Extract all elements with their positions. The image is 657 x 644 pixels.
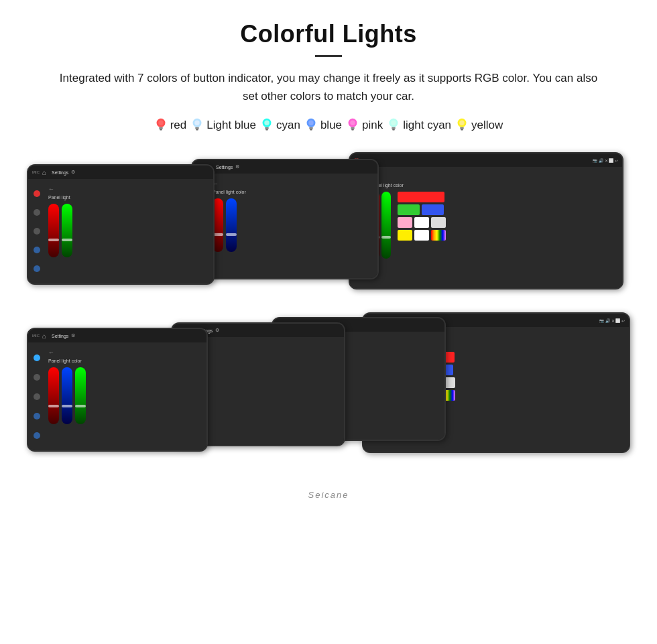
svg-rect-27	[461, 129, 463, 131]
bottom-device-frame-1: MIC ⌂ Settings ⚙	[27, 328, 208, 452]
svg-point-9	[264, 121, 269, 125]
side-buttons-b1	[32, 346, 42, 446]
palette-row-4	[398, 230, 446, 241]
color-item-yellow: yellow	[455, 117, 503, 133]
screen-header-2: MIC ⌂ Settings ⚙	[192, 160, 377, 174]
back-arrow-1[interactable]: ←	[48, 186, 206, 192]
gear-icon-1[interactable]: ⚙	[71, 170, 75, 175]
color-indicators-row: red Light blue cyan	[27, 117, 630, 133]
pink-bulb-icon	[346, 117, 359, 133]
bottom-device-screen-1: MIC ⌂ Settings ⚙	[28, 329, 206, 450]
icons-b4: 📷 🔊 ✕ ⬜ ↩	[599, 318, 625, 323]
top-row-devices: MIC ⌂ Settings ⚙	[27, 152, 630, 300]
panel-content-b2: ← Pa...	[190, 341, 340, 441]
color-item-blue: blue	[304, 117, 342, 133]
settings-label-1: Settings	[52, 170, 68, 175]
mute-btn-1[interactable]	[34, 265, 40, 272]
gear-icon-2[interactable]: ⚙	[235, 164, 239, 170]
screen-body-2: ← Panel light color	[192, 174, 377, 278]
svg-rect-23	[392, 129, 395, 131]
color-palette-3	[398, 192, 446, 259]
power-btn-1[interactable]	[34, 190, 40, 197]
sliders-and-palette-3	[370, 192, 615, 259]
device-frame-3: ⏰ ♥ 20:24 📷 🔊 ✕ ⬜ ↩ ←	[349, 152, 623, 289]
icons-3: 📷 🔊 ✕ ⬜ ↩	[593, 158, 618, 163]
svg-rect-6	[195, 127, 199, 129]
svg-rect-11	[265, 129, 268, 131]
blue-slider-b1[interactable]	[62, 367, 72, 424]
back-btn-1[interactable]	[34, 228, 40, 235]
color-label-yellow: yellow	[471, 119, 503, 132]
home-icon-b1[interactable]: ⌂	[42, 332, 46, 340]
svg-rect-3	[160, 129, 162, 131]
svg-rect-10	[265, 127, 269, 129]
back-arrow-3[interactable]: ←	[370, 174, 615, 180]
settings-label-2: Settings	[216, 165, 233, 170]
title-section: Colorful Lights	[27, 20, 630, 57]
vol-btn-1[interactable]	[34, 247, 40, 253]
back-arrow-2[interactable]: ←	[213, 180, 371, 187]
bottom-screen-header-1: MIC ⌂ Settings ⚙	[28, 329, 206, 342]
device-screen-2: MIC ⌂ Settings ⚙	[192, 160, 377, 278]
svg-rect-7	[196, 129, 198, 131]
svg-point-25	[459, 121, 464, 125]
device-frame-1: MIC ⌂ Settings ⚙	[27, 164, 215, 285]
palette-cell-yellow[interactable]	[398, 230, 412, 241]
bottom-screen-body-1: ← Panel light color	[28, 342, 206, 450]
mic-label-b1: MIC	[32, 334, 40, 338]
sliders-area-b2	[192, 362, 337, 438]
green-slider-b1[interactable]	[75, 367, 86, 424]
palette-cell-white2[interactable]	[431, 217, 446, 228]
mute-btn-b1[interactable]	[34, 432, 40, 439]
devices-section: MIC ⌂ Settings ⚙	[27, 152, 630, 483]
green-slider-1[interactable]	[62, 204, 72, 257]
palette-cell-green[interactable]	[398, 204, 420, 215]
palette-cell-rainbow[interactable]	[431, 230, 446, 241]
red-slider-1[interactable]	[48, 204, 59, 257]
home-icon-1[interactable]: ⌂	[42, 169, 46, 176]
svg-rect-19	[351, 129, 354, 131]
red-slider-b1[interactable]	[48, 367, 59, 424]
palette-cell-white3[interactable]	[414, 230, 429, 241]
panel-label-2: Panel light color	[213, 190, 371, 194]
yellow-bulb-icon	[455, 117, 469, 133]
back-btn-b1[interactable]	[34, 393, 40, 400]
vol-btn-b1[interactable]	[34, 413, 40, 420]
palette-cell-blue[interactable]	[422, 204, 444, 215]
svg-rect-18	[351, 127, 355, 129]
screen-header-3: ⏰ ♥ 20:24 📷 🔊 ✕ ⬜ ↩	[350, 153, 622, 167]
home-btn-1[interactable]	[34, 209, 40, 216]
green-slider-3[interactable]	[381, 192, 391, 259]
svg-point-1	[158, 121, 163, 125]
palette-cell-white1[interactable]	[414, 217, 429, 228]
palette-cell-red[interactable]	[398, 192, 444, 202]
svg-rect-26	[460, 127, 464, 129]
power-btn-b1[interactable]	[34, 355, 40, 361]
color-label-cyan: cyan	[276, 119, 300, 132]
sliders-area-1	[48, 204, 206, 277]
panel-content-1: ← Panel light	[46, 183, 209, 279]
gear-icon-b1[interactable]: ⚙	[71, 333, 75, 338]
device-screen-3: ⏰ ♥ 20:24 📷 🔊 ✕ ⬜ ↩ ←	[350, 153, 622, 288]
back-arrow-b2[interactable]: ←	[192, 344, 337, 350]
screen-header-1: MIC ⌂ Settings ⚙	[28, 166, 213, 179]
svg-rect-22	[392, 127, 396, 129]
gear-icon-b2[interactable]: ⚙	[215, 328, 219, 333]
back-arrow-b1[interactable]: ←	[48, 349, 200, 356]
home-btn-b1[interactable]	[34, 374, 40, 381]
panel-content-3: ← Panel light color	[367, 171, 618, 284]
cyan-bulb-icon	[260, 117, 274, 133]
lightblue-bulb-icon	[190, 117, 204, 133]
settings-label-b1: Settings	[52, 334, 68, 338]
mic-label-1: MIC	[32, 170, 40, 174]
color-label-pink: pink	[362, 119, 383, 132]
panel-content-2: ← Panel light color	[210, 178, 373, 274]
color-item-pink: pink	[346, 117, 383, 133]
palette-cell-pink[interactable]	[398, 217, 412, 228]
color-label-red: red	[170, 119, 187, 132]
palette-row-2	[398, 204, 446, 215]
sliders-area-b1	[48, 367, 200, 444]
blue-slider-2[interactable]	[226, 198, 237, 252]
panel-label-1: Panel light	[48, 195, 206, 200]
palette-row-1	[398, 192, 446, 202]
